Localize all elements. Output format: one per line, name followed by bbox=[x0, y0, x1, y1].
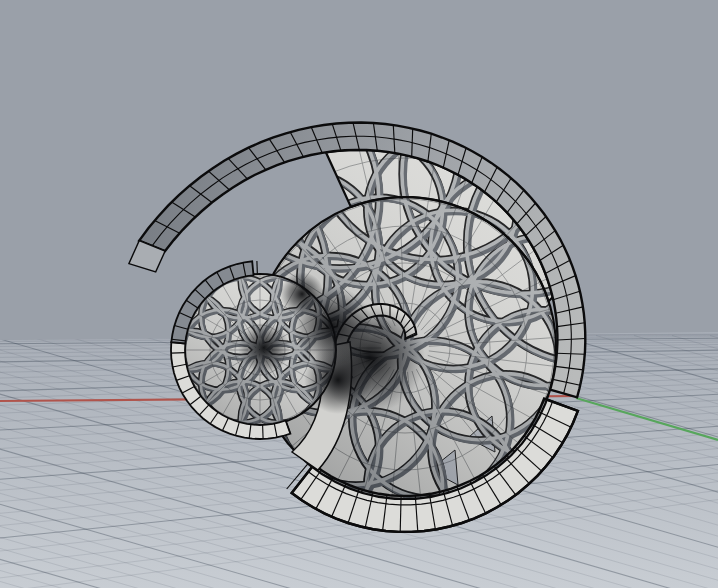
viewport[interactable] bbox=[0, 0, 718, 588]
spiral-center-knot bbox=[238, 322, 290, 374]
spiral-center-knot bbox=[280, 272, 324, 316]
viewport-canvas[interactable] bbox=[0, 0, 718, 588]
